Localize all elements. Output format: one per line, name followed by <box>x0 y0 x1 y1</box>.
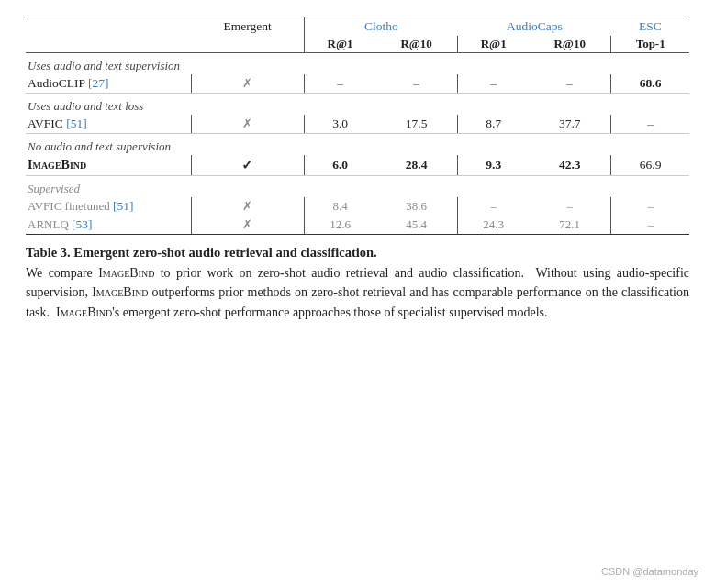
emergent-cell: ✓ <box>191 155 305 175</box>
column-header-row: Emergent Clotho AudioCaps ESC <box>26 17 689 37</box>
table-row: AVFIC finetuned [51] ✗ 8.4 38.6 – – – <box>26 197 689 216</box>
audiocaps-r10-header: R@10 <box>529 36 611 53</box>
section-label-1: Uses audio and text supervision <box>26 53 689 75</box>
emergent-cell: ✗ <box>191 115 305 133</box>
model-name-cell: ARNLQ [53] <box>26 216 191 234</box>
caption-text: Table 3. Emergent zero-shot audio retrie… <box>26 242 689 323</box>
esc-top1-header: Top-1 <box>611 36 689 53</box>
model-col-header <box>26 17 191 37</box>
table-row: AudioCLIP [27] ✗ – – – – 68.6 <box>26 74 689 93</box>
caption-area: Table 3. Emergent zero-shot audio retrie… <box>26 242 689 323</box>
model-name-cell: AVFIC finetuned [51] <box>26 197 191 216</box>
section-label-2: Uses audio and text loss <box>26 94 689 116</box>
audiocaps-col-header: AudioCaps <box>458 17 611 37</box>
table-row: AVFIC [51] ✗ 3.0 17.5 8.7 37.7 – <box>26 115 689 133</box>
model-name-cell: AVFIC [51] <box>26 115 191 133</box>
table-bottom-border <box>26 234 689 235</box>
model-name-cell: AudioCLIP [27] <box>26 74 191 93</box>
clotho-r10-header: R@10 <box>375 36 458 53</box>
esc-col-header: ESC <box>611 17 689 37</box>
emergent-cell: ✗ <box>191 74 305 93</box>
section-2-label: Uses audio and text loss <box>28 99 143 113</box>
clotho-r1-header: R@1 <box>305 36 375 53</box>
caption-title: Table 3. Emergent zero-shot audio retrie… <box>26 245 377 260</box>
watermark: CSDN @datamonday <box>601 566 698 577</box>
table-row: ARNLQ [53] ✗ 12.6 45.4 24.3 72.1 – <box>26 216 689 234</box>
main-table: Emergent Clotho AudioCaps ESC R@1 R@10 R… <box>26 17 689 235</box>
audiocaps-r1-header: R@1 <box>458 36 529 53</box>
section-3-label: No audio and text supervision <box>28 139 171 153</box>
table-row-imagebind: ImageBind ✓ 6.0 28.4 9.3 42.3 66.9 <box>26 155 689 175</box>
subheader-row: R@1 R@10 R@1 R@10 Top-1 <box>26 36 689 53</box>
model-name-cell: ImageBind <box>26 155 191 175</box>
section-1-label: Uses audio and text supervision <box>28 59 180 72</box>
section-4-label: Supervised <box>28 182 80 195</box>
emergent-col-header: Emergent <box>191 17 305 37</box>
section-label-4: Supervised <box>26 176 689 198</box>
clotho-col-header: Clotho <box>305 17 458 37</box>
emergent-cell: ✗ <box>191 216 305 234</box>
section-label-3: No audio and text supervision <box>26 134 689 156</box>
emergent-cell: ✗ <box>191 197 305 216</box>
